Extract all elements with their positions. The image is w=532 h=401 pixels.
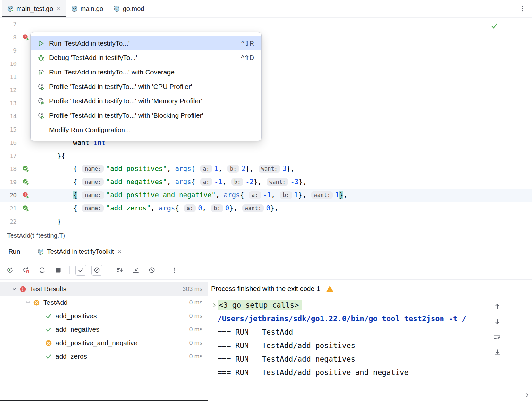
test-name: Test Results (30, 285, 66, 293)
code-token: { (73, 165, 81, 173)
line-number: 10 (0, 60, 19, 67)
test-tree-row-add_negatives[interactable]: add_negatives0 ms (0, 323, 208, 336)
menu-item-label: Profile 'TestAdd in testifyTo...' with '… (49, 112, 203, 119)
menu-item-label: Run 'TestAdd in testifyTo...' (49, 39, 130, 47)
code-token: b: (280, 191, 292, 199)
test-tree-row-add_positives[interactable]: add_positives0 ms (0, 309, 208, 323)
code-token: 0 (266, 204, 270, 212)
stop-icon[interactable] (53, 265, 64, 276)
test-duration: 303 ms (183, 286, 202, 293)
console-line: <3 go setup calls> (211, 298, 532, 312)
go-mod-icon (114, 5, 120, 12)
editor-line-17: 17}{ (0, 149, 532, 162)
console-text: /Users/jetbrains/sdk/go1.22.0/bin/go too… (218, 314, 466, 323)
rerun-failed-icon[interactable] (21, 265, 31, 276)
editor[interactable]: 78func TestAdd(t *testing.T) {9101112131… (0, 18, 532, 228)
run-icon (37, 39, 45, 47)
code-token: want: (242, 204, 264, 212)
console-line: === RUN TestAdd/add_positives (211, 339, 532, 352)
editor-line-18: 18{ name:"add positives", args{ a:1, b:2… (0, 162, 532, 175)
console-text: === RUN TestAdd (218, 328, 293, 336)
code-token: { (73, 178, 81, 186)
code-token: "add zeros" (106, 204, 150, 212)
code-token: name: (82, 204, 104, 212)
code-token: 1 (214, 165, 219, 173)
console-text: === RUN TestAdd/add_negatives (218, 355, 355, 363)
toolbar-separator (108, 266, 108, 274)
toolbar-separator (69, 266, 70, 274)
tab-go.mod[interactable]: go.mod (108, 0, 150, 17)
soft-wrap-icon[interactable] (493, 333, 502, 341)
code-token: name: (82, 165, 104, 173)
code-token: want: (259, 165, 280, 173)
test-duration: 0 ms (189, 353, 202, 360)
passed-icon (45, 326, 52, 333)
code-token: a: (184, 204, 196, 212)
code-token: a: (200, 178, 212, 186)
run-passed-icon[interactable] (22, 166, 30, 173)
run-passed-icon[interactable] (22, 179, 30, 186)
go-test-file-icon (7, 5, 13, 12)
close-tab-icon[interactable] (117, 249, 122, 254)
code-token: -2 (245, 178, 253, 186)
code-text: { name:"add positive and negative", args… (33, 191, 347, 199)
warning-icon (326, 285, 334, 292)
code-token: , (271, 191, 279, 199)
sort-lines-icon[interactable] (114, 265, 125, 276)
run-failed-icon[interactable] (22, 34, 30, 41)
toggle-auto-test-icon[interactable] (37, 265, 47, 276)
code-token: args (159, 204, 175, 212)
test-tree-row-TestAdd[interactable]: TestAdd0 ms (0, 296, 208, 309)
chevron-right-icon[interactable] (524, 392, 530, 398)
code-token: , (167, 178, 175, 186)
rerun-icon[interactable] (4, 265, 15, 276)
menu-item[interactable]: Run 'TestAdd in testifyTo...' with Cover… (31, 65, 261, 79)
code-token: }, (299, 178, 307, 186)
code-token: , (343, 191, 348, 199)
show-ignored-icon[interactable] (91, 265, 102, 276)
console[interactable]: Process finished with the exit code 1 <3… (208, 280, 532, 401)
code-token: , (167, 165, 175, 173)
code-text: } (33, 218, 61, 226)
tab-main_test.go[interactable]: main_test.go (2, 0, 66, 17)
scroll-to-end-icon[interactable] (493, 348, 502, 357)
chevron-down-icon[interactable] (11, 286, 18, 293)
run-tab[interactable]: TestAdd in testifyToolkit (32, 243, 127, 260)
scroll-down-icon[interactable] (493, 318, 502, 326)
code-token: { (73, 204, 81, 212)
editor-tabs-more-icon[interactable] (513, 0, 532, 17)
fold-chevron-icon[interactable] (211, 303, 218, 308)
code-token: , (202, 204, 210, 212)
menu-item[interactable]: Debug 'TestAdd in testifyTo...'^⇧D (31, 50, 261, 65)
menu-item[interactable]: Profile 'TestAdd in testifyTo...' with '… (31, 94, 261, 108)
show-passed-icon[interactable] (75, 265, 86, 276)
code-token: }, (229, 204, 241, 212)
code-token: }, (270, 204, 278, 212)
passed-icon (45, 312, 52, 320)
menu-item[interactable]: Profile 'TestAdd in testifyTo...' with '… (31, 79, 261, 94)
scroll-up-icon[interactable] (493, 302, 502, 311)
line-number: 21 (0, 205, 19, 212)
test-tree-row-add_zeros[interactable]: add_zeros0 ms (0, 350, 208, 363)
run-failed-icon[interactable] (22, 192, 30, 199)
breadcrumb[interactable]: TestAdd(t *testing.T) (0, 228, 532, 243)
chevron-down-icon[interactable] (24, 299, 31, 306)
test-tree-row-add_positive_and_negative[interactable]: add_positive_and_negative0 ms (0, 336, 208, 350)
editor-line-20: 20{ name:"add positive and negative", ar… (0, 189, 532, 202)
code-token: { (240, 191, 248, 199)
menu-item[interactable]: Modify Run Configuration... (31, 123, 261, 137)
more-vertical-icon[interactable] (169, 265, 180, 276)
test-tree-row-Test Results[interactable]: Test Results303 ms (0, 282, 208, 296)
editor-tabs: main_test.gomain.gogo.mod (2, 0, 149, 17)
inspections-ok-icon[interactable] (490, 22, 499, 30)
menu-item[interactable]: Profile 'TestAdd in testifyTo...' with '… (31, 108, 261, 123)
close-tab-icon[interactable] (56, 6, 61, 11)
history-icon[interactable] (146, 265, 157, 276)
menu-item[interactable]: Run 'TestAdd in testifyTo...'^⇧R (31, 36, 261, 50)
run-toolwindow-title[interactable]: Run (0, 243, 29, 260)
run-toolbar (0, 260, 532, 280)
run-passed-icon[interactable] (22, 205, 30, 212)
tab-main.go[interactable]: main.go (66, 0, 108, 17)
collapse-icon[interactable] (130, 265, 141, 276)
editor-line-7: 7 (0, 18, 532, 31)
